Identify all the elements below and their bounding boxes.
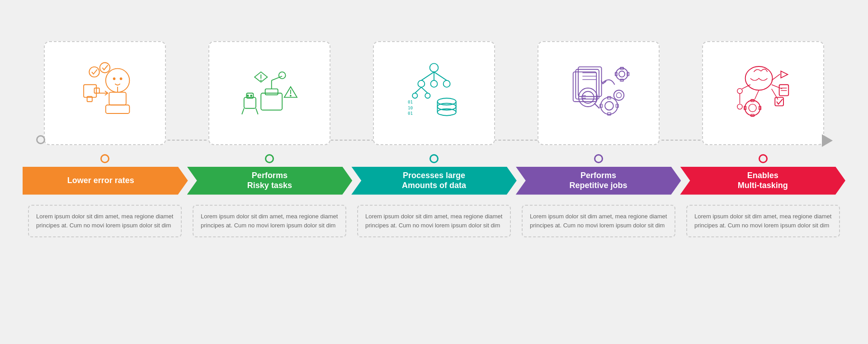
arrow-label-2: Performs Risky tasks (247, 171, 292, 190)
desc-text-3: Lorem ipsum dolor sit dim amet, mea regi… (357, 205, 511, 237)
arrows-row: Lower error rates Performs Risky tasks P… (23, 165, 845, 197)
card-item-4 (516, 19, 681, 163)
svg-rect-12 (261, 93, 282, 110)
desc-text-2: Lorem ipsum dolor sit dim amet, mea regi… (193, 205, 346, 237)
arrow-label-4: Performs Repetitive jobs (570, 171, 627, 190)
arrow-label-5: Enables Multi-tasking (738, 171, 788, 190)
svg-point-19 (290, 94, 292, 96)
svg-point-39 (425, 93, 430, 98)
svg-text:10: 10 (408, 105, 413, 110)
dot-item-2 (265, 154, 274, 163)
desc-item-5: Lorem ipsum dolor sit dim amet, mea regi… (681, 205, 845, 237)
svg-line-77 (755, 90, 759, 99)
svg-point-9 (89, 66, 99, 77)
svg-line-37 (421, 87, 428, 93)
svg-point-16 (279, 72, 286, 79)
svg-line-58 (594, 103, 599, 108)
svg-rect-20 (244, 97, 256, 108)
svg-point-34 (431, 80, 438, 87)
desc-item-2: Lorem ipsum dolor sit dim amet, mea regi… (187, 205, 352, 237)
arrow-label-1: Lower error rates (67, 176, 134, 186)
line-end-arrow (822, 134, 833, 147)
svg-point-92 (737, 104, 742, 109)
svg-point-2 (120, 77, 123, 80)
svg-point-22 (247, 94, 249, 97)
svg-point-84 (745, 100, 760, 115)
svg-line-75 (772, 85, 782, 89)
svg-rect-5 (106, 105, 130, 113)
svg-line-25 (256, 108, 258, 114)
svg-point-33 (418, 80, 425, 87)
svg-point-23 (250, 94, 252, 97)
svg-point-28 (260, 80, 262, 81)
desc-item-1: Lorem ipsum dolor sit dim amet, mea regi… (23, 205, 187, 237)
arrow-item-3: Processes large Amounts of data (351, 167, 517, 195)
icon-risky (236, 59, 303, 127)
card-item-3: 01 10 01 (352, 19, 516, 163)
svg-point-68 (619, 71, 625, 77)
svg-point-38 (412, 93, 417, 98)
card-item-2 (187, 19, 352, 163)
descriptions-row: Lorem ipsum dolor sit dim amet, mea regi… (23, 205, 845, 237)
icon-multitask (729, 59, 797, 127)
card-item-1 (23, 19, 187, 163)
svg-rect-3 (109, 92, 126, 105)
dot-item-3 (429, 154, 439, 163)
desc-item-4: Lorem ipsum dolor sit dim amet, mea regi… (516, 205, 681, 237)
dot-item-5 (759, 154, 768, 163)
arrow-item-1: Lower error rates (23, 167, 188, 195)
svg-text:01: 01 (408, 99, 413, 104)
icon-automation (71, 59, 139, 127)
svg-line-36 (415, 87, 421, 93)
svg-point-59 (601, 97, 618, 114)
svg-text:01: 01 (408, 110, 413, 115)
svg-point-60 (605, 101, 613, 110)
svg-point-1 (113, 77, 116, 80)
svg-point-35 (443, 80, 450, 87)
desc-text-1: Lorem ipsum dolor sit dim amet, mea regi… (28, 205, 182, 237)
svg-point-29 (430, 63, 439, 72)
arrow-label-3: Processes large Amounts of data (402, 171, 466, 190)
icon-data: 01 10 01 (400, 59, 468, 127)
desc-text-5: Lorem ipsum dolor sit dim amet, mea regi… (686, 205, 840, 237)
svg-point-90 (737, 88, 742, 93)
svg-line-74 (772, 74, 780, 80)
arrow-item-4: Performs Repetitive jobs (516, 167, 681, 195)
line-start-dot (36, 135, 45, 144)
svg-point-66 (616, 93, 621, 98)
desc-text-4: Lorem ipsum dolor sit dim amet, mea regi… (522, 205, 675, 237)
svg-point-10 (100, 62, 110, 73)
dot-item-1 (100, 154, 109, 163)
svg-marker-79 (781, 71, 788, 78)
svg-point-85 (749, 104, 756, 112)
infographic: 01 10 01 (23, 19, 845, 326)
dot-item-4 (594, 154, 603, 163)
card-item-5 (681, 19, 845, 163)
svg-line-24 (242, 108, 244, 114)
arrow-item-2: Performs Risky tasks (187, 167, 353, 195)
svg-rect-80 (779, 85, 789, 95)
svg-point-67 (616, 68, 627, 80)
svg-point-65 (614, 90, 624, 100)
svg-line-30 (421, 72, 434, 80)
svg-line-32 (434, 72, 447, 80)
arrow-item-5: Enables Multi-tasking (680, 167, 845, 195)
desc-item-3: Lorem ipsum dolor sit dim amet, mea regi… (352, 205, 516, 237)
svg-rect-83 (775, 97, 783, 106)
svg-rect-13 (265, 89, 278, 94)
icon-repetitive (565, 59, 632, 127)
